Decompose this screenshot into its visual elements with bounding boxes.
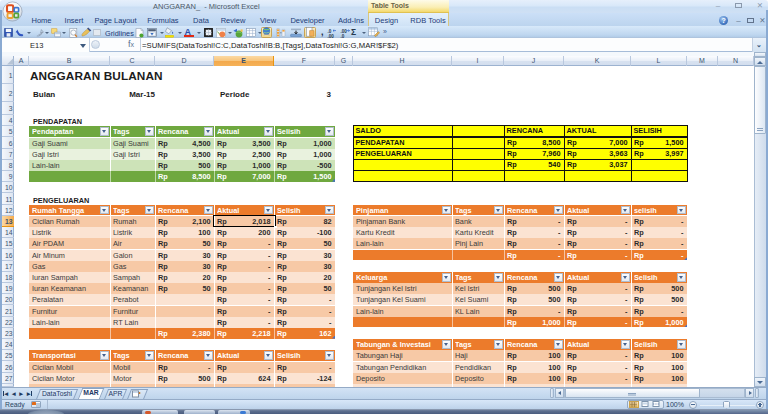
svg-text:.0: .0	[340, 33, 344, 37]
svg-text:.00: .00	[327, 33, 334, 37]
